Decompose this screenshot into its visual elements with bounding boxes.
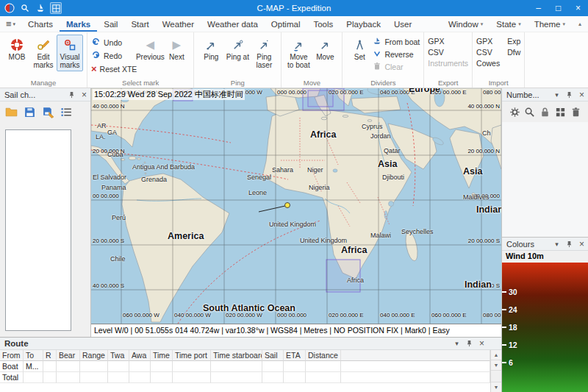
export-gpx-button[interactable]: GPX [428,37,468,46]
menu-state[interactable]: State▾ [490,16,527,32]
route-column-sail[interactable]: Sail [262,350,284,361]
pin-icon[interactable] [465,338,474,349]
import-dfw-button[interactable]: Dfw [507,48,520,57]
pin-icon[interactable] [564,239,574,249]
route-column-to[interactable]: To [24,350,43,361]
mob-button[interactable]: MOB [4,35,30,63]
route-cell[interactable] [341,361,490,372]
move-to-boat-button[interactable]: Move to boat [285,35,312,71]
move-button[interactable]: Move [312,35,338,63]
set-dividers-button[interactable]: Set [346,35,373,63]
map-canvas[interactable]: 15:02:29 Wed 28 Sep 2022 中国标准时间 060 00.0… [91,88,501,324]
grid-icon[interactable] [553,105,567,118]
route-cell[interactable] [284,361,306,372]
save-icon[interactable] [23,105,36,118]
visual-marks-button[interactable]: Visual marks [57,35,83,71]
route-scrollbar[interactable]: ▲ ▼ ▼ [490,350,501,392]
route-column-twa[interactable]: Twa [108,350,129,361]
route-cell[interactable] [341,372,490,383]
scroll-up-icon[interactable]: ▲ [491,350,501,360]
close-icon[interactable]: × [477,338,487,349]
search-icon[interactable] [19,2,31,14]
export-csv-button[interactable]: CSV [428,48,468,57]
route-cell[interactable] [108,372,129,383]
route-cell[interactable] [211,361,262,372]
ping-laser-button[interactable]: Ping laser [251,35,277,71]
export-instruments-button[interactable]: Instruments [428,59,468,68]
import-exp-button[interactable]: Exp [507,37,520,46]
edit-marks-button[interactable]: Edit marks [30,35,57,71]
scroll-down-icon[interactable]: ▼ [491,360,501,371]
tab-start[interactable]: Start [124,16,155,32]
trash-icon[interactable] [569,105,582,118]
tab-tools[interactable]: Tools [306,16,340,32]
route-column-bear[interactable]: Bear [57,350,80,361]
route-cell[interactable] [43,372,57,383]
route-cell[interactable] [151,361,173,372]
sail-chart-list[interactable] [5,129,71,331]
route-cell[interactable] [57,372,80,383]
chevron-down-icon[interactable]: ▾ [552,239,562,249]
redo-button[interactable]: Redo [91,50,137,61]
scroll-bottom-icon[interactable]: ▼ [491,382,501,392]
tab-playback[interactable]: Playback [340,16,387,32]
boat-icon[interactable] [35,2,46,14]
save-edit-icon[interactable] [41,105,54,118]
tab-optimal[interactable]: Optimal [265,16,307,32]
route-cell[interactable] [306,361,341,372]
close-icon[interactable]: × [577,239,587,249]
import-cowes-button[interactable]: Cowes [476,59,500,68]
route-cell[interactable] [262,372,284,383]
list-icon[interactable] [60,105,73,118]
search-icon[interactable] [523,105,537,118]
chart-icon[interactable] [50,2,62,14]
dividers-clear-button[interactable]: Clear [373,62,420,72]
route-cell[interactable] [108,361,129,372]
mark-Mark0[interactable] [285,203,290,208]
route-column-time[interactable]: Time [151,350,173,361]
tab-charts[interactable]: Charts [21,16,60,32]
reset-xte-button[interactable]: × Reset XTE [91,63,137,74]
tab-user[interactable]: User [387,16,418,32]
collapse-ribbon-icon[interactable]: ▴ [572,16,588,32]
close-icon[interactable]: × [79,90,89,100]
chevron-down-icon[interactable]: ▾ [452,338,462,349]
undo-button[interactable]: Undo [91,37,137,48]
route-cell[interactable] [173,361,211,372]
route-column-time-starboard[interactable]: Time starboard [211,350,262,361]
numbers-body[interactable] [502,122,588,237]
close-icon[interactable]: × [577,90,587,100]
route-cell[interactable] [211,372,262,383]
ping-at-button[interactable]: Ping at [224,35,251,63]
route-column-range[interactable]: Range [80,350,108,361]
route-cell[interactable] [80,372,108,383]
import-csv-button[interactable]: CSV [476,48,500,57]
route-column-awa[interactable]: Awa [129,350,151,361]
route-column-time-port[interactable]: Time port [173,350,211,361]
route-cell[interactable] [129,372,151,383]
import-gpx-button[interactable]: GPX [476,37,500,46]
route-column-r[interactable]: R [43,350,57,361]
route-cell[interactable] [284,372,306,383]
tab-weather[interactable]: Weather [156,16,201,32]
route-column-from[interactable]: From [0,350,24,361]
chevron-down-icon[interactable]: ▾ [552,90,562,100]
dividers-from-boat-button[interactable]: From boat [373,37,420,47]
route-cell[interactable] [43,361,57,372]
route-cell[interactable] [24,372,43,383]
next-mark-button[interactable]: ▶ Next [163,35,190,63]
gear-icon[interactable] [508,105,521,118]
open-folder-icon[interactable] [4,105,18,118]
route-cell[interactable] [57,361,80,372]
menu-theme[interactable]: Theme▾ [528,16,572,32]
pin-icon[interactable] [67,90,76,100]
dividers-reverse-button[interactable]: Reverse [373,49,420,60]
tab-sail[interactable]: Sail [97,16,124,32]
route-cell[interactable] [129,361,151,372]
route-column-distance[interactable]: Distance [306,350,341,361]
route-column-eta[interactable]: ETA [284,350,306,361]
route-cell[interactable]: Boat [0,361,24,372]
pin-icon[interactable] [564,90,574,100]
previous-mark-button[interactable]: ◀ Previous [137,35,163,63]
chart-area[interactable]: 15:02:29 Wed 28 Sep 2022 中国标准时间 060 00.0… [91,88,501,337]
